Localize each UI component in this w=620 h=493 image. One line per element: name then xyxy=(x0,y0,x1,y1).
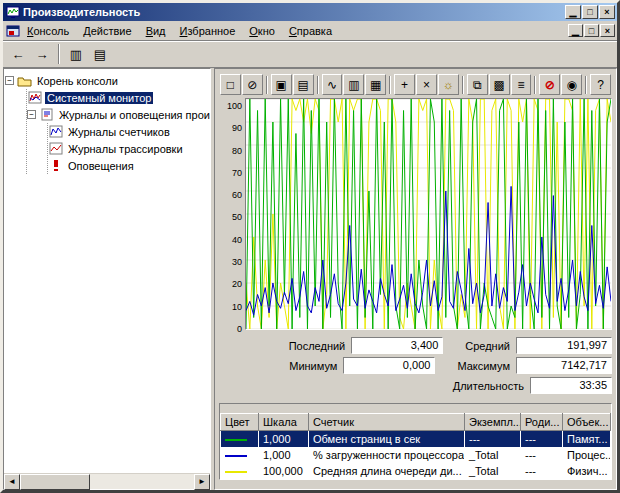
clear-display-icon[interactable]: ⊘ xyxy=(242,74,263,95)
tree-node-label[interactable]: Корень консоли xyxy=(35,75,120,87)
counter-scale: 100,000 xyxy=(259,463,309,479)
folder-icon xyxy=(17,74,32,88)
duration-value: 33:35 xyxy=(530,377,612,394)
update-data-icon[interactable]: ◉ xyxy=(561,74,582,95)
scroll-right-icon[interactable]: ► xyxy=(194,474,210,490)
tree-node-system-monitor[interactable]: Системный монитор xyxy=(27,89,209,106)
last-label: Последний xyxy=(289,340,346,352)
tree-node-label[interactable]: Журналы трассировки xyxy=(66,143,185,155)
maximize-button[interactable]: □ xyxy=(582,5,598,19)
horizontal-scrollbar[interactable]: ◄ ► xyxy=(4,473,210,489)
legend-row-disk-queue-length[interactable]: 100,000 Средняя длина очереди ди... _Tot… xyxy=(221,463,611,479)
help-icon[interactable]: ? xyxy=(590,74,611,95)
tree-node-logs-alerts[interactable]: − Журналы и оповещения произв xyxy=(27,106,209,123)
tree-node-console-root[interactable]: − Корень консоли xyxy=(5,72,209,89)
minimize-button[interactable]: ▁ xyxy=(565,5,581,19)
child-restore-button[interactable]: □ xyxy=(584,24,599,37)
toolbar-separator xyxy=(58,44,60,64)
tree-node-alerts[interactable]: Оповещения xyxy=(48,157,209,174)
menu-view[interactable]: Вид xyxy=(139,23,173,39)
y-tick-label: 100 xyxy=(219,102,242,111)
system-monitor-pane: □ ⊘ ▣ ▤ ∿ ▥ ▦ + × ☼ ⧉ ▩ ≡ ⊘ ◉ xyxy=(214,68,617,490)
counter-parent: --- xyxy=(521,431,563,447)
view-histogram-icon[interactable]: ▥ xyxy=(343,74,364,95)
back-icon[interactable]: ← xyxy=(7,43,29,65)
performance-app-icon xyxy=(5,5,20,19)
counter-name: Средняя длина очереди ди... xyxy=(309,463,465,479)
last-value: 3,400 xyxy=(351,337,443,354)
tree-node-label[interactable]: Системный монитор xyxy=(45,92,153,104)
new-counter-set-icon[interactable]: □ xyxy=(220,74,241,95)
scrollbar-track[interactable] xyxy=(20,474,194,489)
console-tree-pane: − Корень консоли Системный монитор − xyxy=(3,68,211,490)
freeze-display-icon[interactable]: ⊘ xyxy=(539,74,560,95)
child-close-button[interactable]: × xyxy=(600,24,615,37)
column-header-counter[interactable]: Счетчик xyxy=(309,414,465,431)
tree-node-trace-logs[interactable]: Журналы трассировки xyxy=(48,140,209,157)
delete-counter-icon[interactable]: × xyxy=(416,74,437,95)
menu-window[interactable]: Окно xyxy=(242,23,282,39)
trace-logs-icon xyxy=(48,142,63,156)
toolbar-separator xyxy=(389,76,391,94)
counter-name: % загруженности процессора xyxy=(309,447,465,463)
counter-object: Процес... xyxy=(563,447,611,463)
forward-icon[interactable]: → xyxy=(31,43,53,65)
view-report-icon[interactable]: ▦ xyxy=(365,74,386,95)
toolbar-separator xyxy=(317,76,319,94)
y-tick-label: 90 xyxy=(219,124,242,133)
export-list-icon[interactable]: ▤ xyxy=(89,43,111,65)
menu-console[interactable]: Консоль xyxy=(20,23,76,39)
tree-node-label[interactable]: Журналы и оповещения произв xyxy=(57,109,210,121)
view-graph-icon[interactable]: ∿ xyxy=(322,74,343,95)
y-tick-label: 50 xyxy=(219,213,242,222)
highlight-icon[interactable]: ☼ xyxy=(438,74,459,95)
copy-properties-icon[interactable]: ⧉ xyxy=(467,74,488,95)
view-log-data-icon[interactable]: ▤ xyxy=(293,74,314,95)
view-current-activity-icon[interactable]: ▣ xyxy=(271,74,292,95)
counter-parent: --- xyxy=(521,463,563,479)
y-tick-label: 30 xyxy=(219,258,242,267)
collapse-icon[interactable]: − xyxy=(5,76,14,85)
collapse-icon[interactable]: − xyxy=(27,110,36,119)
column-header-scale[interactable]: Шкала xyxy=(259,414,309,431)
tree-node-label[interactable]: Журналы счетчиков xyxy=(66,126,172,138)
main-area: − Корень консоли Системный монитор − xyxy=(3,68,617,490)
column-header-object[interactable]: Объек... xyxy=(563,414,611,431)
alert-icon xyxy=(48,159,63,173)
counter-scale: 1,000 xyxy=(259,431,309,447)
tree-node-label[interactable]: Оповещения xyxy=(66,160,136,172)
scroll-left-icon[interactable]: ◄ xyxy=(4,474,20,490)
paste-counter-list-icon[interactable]: ▩ xyxy=(489,74,510,95)
close-button[interactable]: × xyxy=(599,5,615,19)
average-value: 191,997 xyxy=(516,337,612,354)
y-tick-label: 10 xyxy=(219,303,242,312)
legend-row-pages-per-sec[interactable]: 1,000 Обмен страниц в сек --- --- Памят.… xyxy=(221,431,611,447)
toolbar-separator xyxy=(585,76,587,94)
menu-favorites[interactable]: Избранное xyxy=(173,23,243,39)
menu-action[interactable]: Действие xyxy=(76,23,138,39)
perfmon-toolbar: □ ⊘ ▣ ▤ ∿ ▥ ▦ + × ☼ ⧉ ▩ ≡ ⊘ ◉ xyxy=(219,71,612,98)
counter-scale: 1,000 xyxy=(259,447,309,463)
scrollbar-thumb[interactable] xyxy=(20,474,90,490)
counter-logs-icon xyxy=(48,125,63,139)
column-header-parent[interactable]: Роди... xyxy=(521,414,563,431)
counter-color-swatch xyxy=(225,471,247,473)
column-header-instance[interactable]: Экземпл... xyxy=(465,414,521,431)
y-tick-label: 40 xyxy=(219,236,242,245)
add-counter-icon[interactable]: + xyxy=(394,74,415,95)
counter-legend-table: Цвет Шкала Счетчик Экземпл... Роди... Об… xyxy=(220,413,611,479)
counter-object: Памят... xyxy=(563,431,611,447)
title-bar[interactable]: Производительность ▁ □ × xyxy=(3,3,617,21)
properties-icon[interactable]: ≡ xyxy=(511,74,532,95)
counter-parent: --- xyxy=(521,447,563,463)
column-header-color[interactable]: Цвет xyxy=(221,414,259,431)
legend-row-processor-time[interactable]: 1,000 % загруженности процессора _Total … xyxy=(221,447,611,463)
y-tick-label: 60 xyxy=(219,191,242,200)
menu-help[interactable]: Справка xyxy=(282,23,339,39)
tree-node-counter-logs[interactable]: Журналы счетчиков xyxy=(48,123,209,140)
child-minimize-button[interactable]: ▁ xyxy=(568,24,583,37)
y-tick-label: 80 xyxy=(219,147,242,156)
show-hide-console-tree-icon[interactable]: ▥ xyxy=(65,43,87,65)
logs-and-alerts-icon xyxy=(39,108,54,122)
counter-instance: --- xyxy=(465,431,521,447)
